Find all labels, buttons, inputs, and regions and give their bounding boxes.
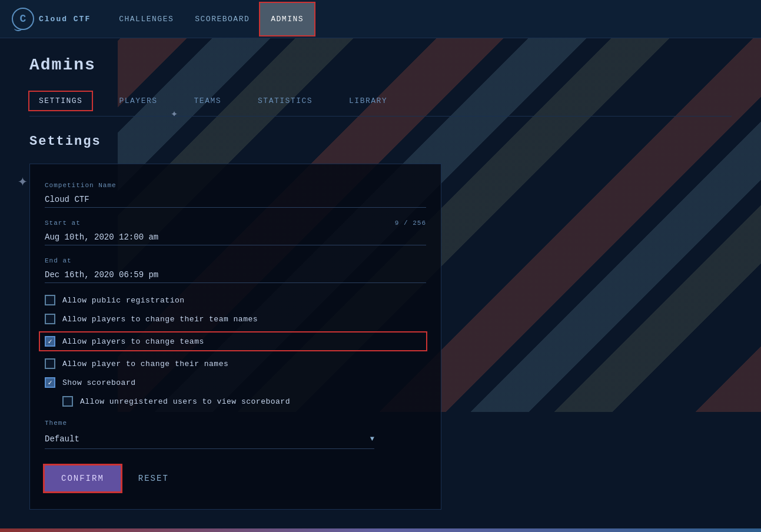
theme-label: Theme xyxy=(45,420,426,427)
page-title: Admins xyxy=(29,56,732,74)
checkbox-label-allow-public-registration: Allow public registration xyxy=(62,296,185,305)
checkbox-show-scoreboard[interactable]: Show scoreboard xyxy=(45,377,426,388)
checkbox-label-allow-unregistered-view-scoreboard: Allow unregistered users to view scorebo… xyxy=(80,397,290,406)
checkbox-allow-players-change-teams[interactable]: Allow players to change teams xyxy=(40,332,426,350)
bottom-bar xyxy=(0,528,761,532)
checkbox-box-allow-players-change-teams[interactable] xyxy=(45,336,55,347)
theme-group: Theme Default ▼ xyxy=(45,420,426,449)
checkbox-label-allow-player-change-names: Allow player to change their names xyxy=(62,360,228,368)
checkbox-allow-players-change-team-names[interactable]: Allow players to change their team names xyxy=(45,314,426,324)
confirm-button[interactable]: CONFIRM xyxy=(45,466,121,491)
theme-selected-value: Default xyxy=(45,434,79,444)
checkbox-box-show-scoreboard[interactable] xyxy=(45,377,55,388)
tab-settings[interactable]: SETTINGS xyxy=(29,92,92,110)
tab-teams[interactable]: TEAMS xyxy=(185,92,231,110)
competition-name-label: Competition Name xyxy=(45,182,426,189)
checkbox-label-show-scoreboard: Show scoreboard xyxy=(62,378,136,387)
checkbox-label-allow-players-change-team-names: Allow players to change their team names xyxy=(62,315,258,324)
logo-icon xyxy=(12,8,34,30)
checkbox-box-allow-unregistered-view-scoreboard[interactable] xyxy=(62,396,73,407)
logo-area[interactable]: Cloud CTF xyxy=(12,8,91,30)
competition-name-value[interactable]: Cloud CTF xyxy=(45,192,426,208)
nav-scoreboard[interactable]: SCOREBOARD xyxy=(184,3,260,35)
theme-dropdown-wrapper: Default ▼ xyxy=(45,430,374,449)
logo-text: Cloud CTF xyxy=(39,15,91,24)
end-at-label: End at xyxy=(45,257,426,264)
nav-challenges[interactable]: CHALLENGES xyxy=(108,3,184,35)
checkbox-list: Allow public registration Allow players … xyxy=(45,295,426,407)
button-row: CONFIRM RESET xyxy=(45,466,426,491)
theme-dropdown[interactable]: Default ▼ xyxy=(45,430,374,449)
dropdown-arrow-icon: ▼ xyxy=(370,435,374,443)
checkbox-allow-player-change-names[interactable]: Allow player to change their names xyxy=(45,358,426,369)
end-at-group: End at Dec 16th, 2020 06:59 pm xyxy=(45,257,426,283)
checkbox-allow-public-registration[interactable]: Allow public registration xyxy=(45,295,426,305)
end-at-value[interactable]: Dec 16th, 2020 06:59 pm xyxy=(45,267,426,283)
navbar: Cloud CTF CHALLENGES SCOREBOARD ADMINS xyxy=(0,0,761,38)
settings-panel: Competition Name Cloud CTF Start at 9 / … xyxy=(29,164,441,510)
nav-links: CHALLENGES SCOREBOARD ADMINS xyxy=(108,3,314,35)
tab-statistics[interactable]: STATISTICS xyxy=(248,92,322,110)
nav-admins[interactable]: ADMINS xyxy=(260,3,314,35)
checkbox-box-allow-public-registration[interactable] xyxy=(45,295,55,305)
checkbox-box-allow-players-change-team-names[interactable] xyxy=(45,314,55,324)
start-at-label: Start at 9 / 256 xyxy=(45,220,426,227)
reset-button[interactable]: RESET xyxy=(132,466,175,491)
section-title: Settings xyxy=(29,134,732,149)
main-content: Admins SETTINGS PLAYERS TEAMS STATISTICS… xyxy=(0,38,761,527)
tab-library[interactable]: LIBRARY xyxy=(340,92,397,110)
start-at-group: Start at 9 / 256 Aug 10th, 2020 12:00 am xyxy=(45,220,426,245)
checkbox-box-allow-player-change-names[interactable] xyxy=(45,358,55,369)
sub-tabs: SETTINGS PLAYERS TEAMS STATISTICS LIBRAR… xyxy=(29,92,732,117)
start-at-value[interactable]: Aug 10th, 2020 12:00 am xyxy=(45,230,426,245)
checkbox-allow-unregistered-view-scoreboard[interactable]: Allow unregistered users to view scorebo… xyxy=(62,396,426,407)
start-at-counter: 9 / 256 xyxy=(395,220,426,227)
competition-name-group: Competition Name Cloud CTF xyxy=(45,182,426,208)
checkbox-label-allow-players-change-teams: Allow players to change teams xyxy=(62,337,204,346)
tab-players[interactable]: PLAYERS xyxy=(109,92,167,110)
